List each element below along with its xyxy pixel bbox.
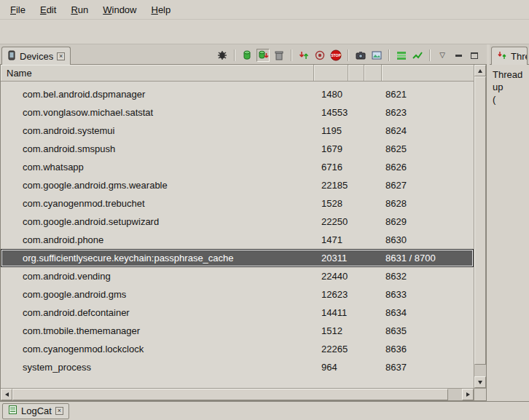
table-row[interactable]: com.google.android.setupwizard 22250 862… [1, 213, 474, 231]
column-header-3[interactable] [364, 65, 382, 81]
debug-process-icon[interactable] [216, 49, 229, 62]
table-row[interactable]: com.android.vending 22440 8632 [1, 267, 474, 285]
logcat-bar: LogCat × [0, 401, 529, 420]
scroll-up-button[interactable] [474, 65, 486, 76]
column-header-2[interactable] [348, 65, 364, 81]
tab-devices-label: Devices [20, 51, 53, 62]
process-name-cell: com.tmobile.thememanager [1, 325, 314, 336]
menu-item[interactable]: Run [63, 1, 95, 18]
process-rows: com.bel.android.dspmanager 1480 8621 com… [1, 82, 474, 388]
process-name-cell: com.android.vending [1, 271, 314, 282]
toolbar-separator [291, 49, 292, 61]
process-name-cell: com.cyanogenmod.lockclock [1, 344, 314, 354]
view-menu-icon[interactable]: ▽ [436, 49, 449, 62]
table-row[interactable]: com.cyanogenmod.trebuchet 1528 8628 [1, 194, 474, 213]
process-name-cell: com.cyanogenmod.trebuchet [1, 198, 314, 209]
port-cell: 8637 [382, 362, 474, 373]
pid-cell: 964 [314, 362, 348, 373]
screenshot-icon[interactable] [354, 49, 367, 62]
menubar: File Edit Run Window Help [0, 0, 529, 20]
process-name-cell: com.google.android.setupwizard [1, 216, 314, 227]
pid-cell: 1480 [314, 89, 348, 100]
right-arrow-icon [466, 392, 470, 397]
toolbar-separator [348, 49, 349, 61]
toolbar-separator [234, 49, 235, 61]
ddms-window: File Edit Run Window Help Devices × [0, 0, 529, 420]
port-cell: 8626 [382, 162, 474, 173]
column-header-port[interactable] [382, 65, 474, 81]
scroll-down-button[interactable] [474, 376, 486, 388]
table-row[interactable]: com.cyanogenmod.lockclock 22265 8636 [1, 340, 474, 358]
process-name-cell: org.sufficientlysecure.keychain:passphra… [1, 253, 314, 264]
process-table: Name com.bel.android.dspmanager 1480 [0, 65, 487, 401]
vertical-scrollbar[interactable] [474, 65, 486, 388]
devices-toolbar: STOP [216, 49, 485, 64]
tab-close-icon[interactable]: × [57, 52, 65, 60]
pid-cell: 1528 [314, 198, 348, 209]
menu-item[interactable]: Window [95, 1, 144, 18]
menu-item[interactable]: File [3, 1, 33, 18]
stop-process-icon[interactable]: STOP [329, 49, 342, 62]
pid-cell: 1512 [314, 325, 348, 336]
column-header-name[interactable]: Name [1, 65, 314, 81]
table-row[interactable]: com.google.android.gms 12623 8633 [1, 285, 474, 304]
table-row[interactable]: com.vonglasow.michael.satstat 14553 8623 [1, 103, 474, 122]
menu-item[interactable]: Edit [33, 1, 63, 18]
dump-hprof-icon[interactable] [256, 49, 270, 62]
hierarchy-view-icon[interactable] [395, 49, 408, 62]
table-row[interactable]: com.android.smspush 1679 8625 [1, 140, 474, 158]
logcat-close-icon[interactable]: × [55, 407, 63, 415]
table-row[interactable]: com.tmobile.thememanager 1512 8635 [1, 322, 474, 340]
process-name-cell: com.vonglasow.michael.satstat [1, 107, 314, 118]
table-row[interactable]: com.android.systemui 1195 8624 [1, 122, 474, 140]
menu-item[interactable]: Help [144, 1, 178, 18]
table-row[interactable]: system_process 964 8637 [1, 358, 474, 376]
table-row[interactable]: com.bel.android.dspmanager 1480 8621 [1, 85, 474, 103]
port-cell: 8623 [382, 107, 474, 118]
pid-cell: 22250 [314, 216, 348, 227]
port-cell: 8632 [382, 271, 474, 282]
update-heap-icon[interactable] [240, 49, 254, 62]
table-row[interactable]: com.android.defcontainer 14411 8634 [1, 304, 474, 322]
pid-cell: 22265 [314, 344, 348, 354]
process-name-cell: com.google.android.gms.wearable [1, 180, 314, 191]
view-menu-chevron: ▽ [439, 52, 445, 59]
scroll-right-button[interactable] [462, 389, 474, 400]
cause-gc-icon[interactable] [273, 49, 286, 62]
tab-devices[interactable]: Devices × [1, 47, 71, 65]
tab-logcat[interactable]: LogCat × [2, 403, 69, 419]
main-area: Devices × [0, 44, 529, 401]
table-row[interactable]: com.whatsapp 6716 8626 [1, 158, 474, 176]
threads-pane: Threa Thread up ( [490, 44, 529, 401]
port-cell: 8633 [382, 289, 474, 300]
horizontal-scrollbar[interactable] [1, 388, 474, 400]
systrace-icon[interactable] [411, 49, 424, 62]
port-cell: 8634 [382, 307, 474, 318]
maximize-icon[interactable] [468, 49, 481, 62]
vertical-scroll-thumb[interactable] [474, 76, 486, 365]
vertical-scroll-track[interactable] [474, 76, 486, 376]
scroll-left-button[interactable] [1, 389, 12, 400]
table-row[interactable]: com.android.phone 1471 8630 [1, 231, 474, 249]
method-profiling-icon[interactable] [313, 49, 326, 62]
update-threads-icon[interactable] [297, 49, 310, 62]
table-row[interactable]: com.google.android.gms.wearable 22185 86… [1, 176, 474, 194]
tab-logcat-label: LogCat [21, 405, 52, 416]
table-row[interactable]: org.sufficientlysecure.keychain:passphra… [1, 249, 474, 267]
process-name-cell: com.bel.android.dspmanager [1, 89, 314, 100]
devices-tabstrip: Devices × [0, 44, 487, 65]
horizontal-scroll-thumb[interactable] [12, 389, 448, 400]
table-header: Name [1, 65, 474, 82]
left-arrow-icon [5, 392, 9, 397]
port-cell: 8631 / 8700 [382, 253, 474, 264]
horizontal-scroll-track[interactable] [12, 389, 462, 400]
process-name-cell: system_process [1, 362, 314, 373]
minimize-icon[interactable] [452, 49, 465, 62]
tab-threads[interactable]: Threa [491, 47, 528, 65]
pid-cell: 12623 [314, 289, 348, 300]
column-header-pid[interactable] [314, 65, 348, 81]
threads-message-line1: Thread up [493, 68, 526, 93]
view-hierarchy-icon[interactable] [370, 49, 383, 62]
pid-cell: 20311 [314, 253, 348, 264]
port-cell: 8635 [382, 325, 474, 336]
